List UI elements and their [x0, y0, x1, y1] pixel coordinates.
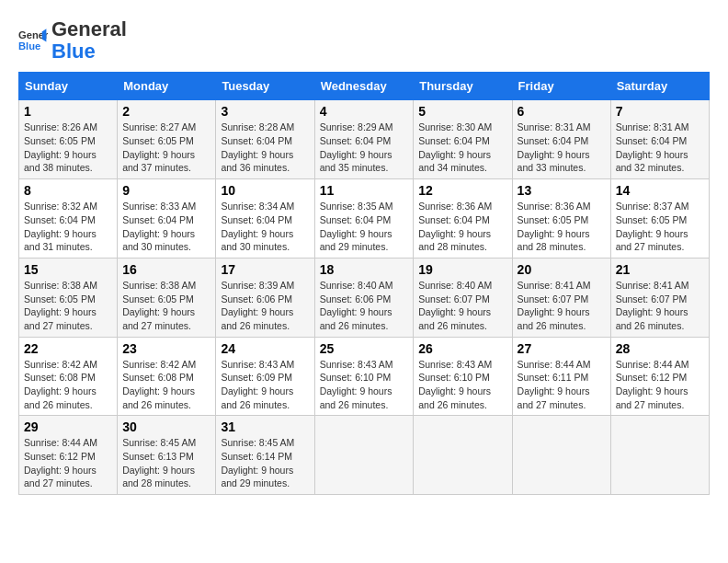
calendar-cell: 11Sunrise: 8:35 AMSunset: 6:04 PMDayligh… [314, 179, 414, 259]
day-info: Sunrise: 8:31 AMSunset: 6:04 PMDaylight:… [616, 121, 704, 175]
day-number: 17 [221, 262, 309, 277]
day-info: Sunrise: 8:43 AMSunset: 6:09 PMDaylight:… [221, 358, 309, 412]
weekday-header-monday: Monday [118, 73, 216, 100]
calendar-cell: 4Sunrise: 8:29 AMSunset: 6:04 PMDaylight… [314, 100, 414, 179]
day-info: Sunrise: 8:40 AMSunset: 6:06 PMDaylight:… [320, 279, 409, 333]
calendar-cell: 28Sunrise: 8:44 AMSunset: 6:12 PMDayligh… [610, 337, 709, 416]
weekday-header-thursday: Thursday [414, 73, 512, 100]
logo: General Blue General Blue [18, 18, 127, 63]
day-number: 31 [221, 419, 309, 434]
calendar-cell: 29Sunrise: 8:44 AMSunset: 6:12 PMDayligh… [19, 416, 118, 495]
day-info: Sunrise: 8:31 AMSunset: 6:04 PMDaylight:… [518, 121, 606, 175]
day-info: Sunrise: 8:32 AMSunset: 6:04 PMDaylight:… [24, 200, 112, 254]
day-info: Sunrise: 8:40 AMSunset: 6:07 PMDaylight:… [418, 279, 506, 333]
day-number: 5 [418, 104, 506, 119]
calendar-week-4: 22Sunrise: 8:42 AMSunset: 6:08 PMDayligh… [19, 337, 710, 416]
weekday-header-saturday: Saturday [610, 73, 709, 100]
day-info: Sunrise: 8:41 AMSunset: 6:07 PMDaylight:… [518, 279, 606, 333]
day-number: 24 [221, 341, 309, 356]
day-number: 22 [24, 341, 112, 356]
calendar-table: SundayMondayTuesdayWednesdayThursdayFrid… [18, 72, 710, 495]
day-number: 1 [24, 104, 112, 119]
day-number: 14 [616, 183, 704, 198]
day-info: Sunrise: 8:26 AMSunset: 6:05 PMDaylight:… [24, 121, 112, 175]
day-info: Sunrise: 8:43 AMSunset: 6:10 PMDaylight:… [418, 358, 506, 412]
calendar-week-5: 29Sunrise: 8:44 AMSunset: 6:12 PMDayligh… [19, 416, 710, 495]
day-number: 7 [616, 104, 704, 119]
calendar-cell: 26Sunrise: 8:43 AMSunset: 6:10 PMDayligh… [414, 337, 512, 416]
day-info: Sunrise: 8:38 AMSunset: 6:05 PMDaylight:… [122, 279, 210, 333]
calendar-cell [414, 416, 512, 495]
day-number: 18 [320, 262, 409, 277]
calendar-cell: 13Sunrise: 8:36 AMSunset: 6:05 PMDayligh… [512, 179, 610, 259]
weekday-header-sunday: Sunday [19, 73, 118, 100]
day-info: Sunrise: 8:44 AMSunset: 6:12 PMDaylight:… [616, 358, 704, 412]
calendar-cell: 7Sunrise: 8:31 AMSunset: 6:04 PMDaylight… [610, 100, 709, 179]
calendar-cell: 12Sunrise: 8:36 AMSunset: 6:04 PMDayligh… [414, 179, 512, 259]
day-number: 30 [122, 419, 210, 434]
day-number: 13 [518, 183, 606, 198]
calendar-cell: 2Sunrise: 8:27 AMSunset: 6:05 PMDaylight… [118, 100, 216, 179]
calendar-cell: 8Sunrise: 8:32 AMSunset: 6:04 PMDaylight… [19, 179, 118, 259]
day-number: 29 [24, 419, 112, 434]
day-number: 12 [418, 183, 506, 198]
weekday-header-wednesday: Wednesday [314, 73, 414, 100]
calendar-cell: 20Sunrise: 8:41 AMSunset: 6:07 PMDayligh… [512, 258, 610, 337]
calendar-cell: 1Sunrise: 8:26 AMSunset: 6:05 PMDaylight… [19, 100, 118, 179]
calendar-body: 1Sunrise: 8:26 AMSunset: 6:05 PMDaylight… [19, 100, 710, 495]
day-info: Sunrise: 8:45 AMSunset: 6:13 PMDaylight:… [122, 436, 210, 490]
day-info: Sunrise: 8:38 AMSunset: 6:05 PMDaylight:… [24, 279, 112, 333]
calendar-week-1: 1Sunrise: 8:26 AMSunset: 6:05 PMDaylight… [19, 100, 710, 179]
calendar-cell: 16Sunrise: 8:38 AMSunset: 6:05 PMDayligh… [118, 258, 216, 337]
day-number: 8 [24, 183, 112, 198]
day-number: 26 [418, 341, 506, 356]
day-info: Sunrise: 8:30 AMSunset: 6:04 PMDaylight:… [418, 121, 506, 175]
logo-text: General Blue [51, 18, 127, 63]
day-info: Sunrise: 8:35 AMSunset: 6:04 PMDaylight:… [320, 200, 409, 254]
calendar-cell: 6Sunrise: 8:31 AMSunset: 6:04 PMDaylight… [512, 100, 610, 179]
day-number: 9 [122, 183, 210, 198]
day-number: 16 [122, 262, 210, 277]
calendar-cell: 3Sunrise: 8:28 AMSunset: 6:04 PMDaylight… [216, 100, 314, 179]
day-info: Sunrise: 8:34 AMSunset: 6:04 PMDaylight:… [221, 200, 309, 254]
weekday-header-friday: Friday [512, 73, 610, 100]
calendar-cell: 24Sunrise: 8:43 AMSunset: 6:09 PMDayligh… [216, 337, 314, 416]
day-number: 27 [518, 341, 606, 356]
day-info: Sunrise: 8:39 AMSunset: 6:06 PMDaylight:… [221, 279, 309, 333]
day-info: Sunrise: 8:33 AMSunset: 6:04 PMDaylight:… [122, 200, 210, 254]
day-info: Sunrise: 8:42 AMSunset: 6:08 PMDaylight:… [122, 358, 210, 412]
day-number: 10 [221, 183, 309, 198]
logo-icon: General Blue [18, 26, 48, 55]
calendar-cell: 25Sunrise: 8:43 AMSunset: 6:10 PMDayligh… [314, 337, 414, 416]
day-number: 6 [518, 104, 606, 119]
day-number: 21 [616, 262, 704, 277]
day-info: Sunrise: 8:29 AMSunset: 6:04 PMDaylight:… [320, 121, 409, 175]
day-number: 4 [320, 104, 409, 119]
day-info: Sunrise: 8:37 AMSunset: 6:05 PMDaylight:… [616, 200, 704, 254]
day-number: 15 [24, 262, 112, 277]
calendar-cell: 18Sunrise: 8:40 AMSunset: 6:06 PMDayligh… [314, 258, 414, 337]
day-info: Sunrise: 8:36 AMSunset: 6:04 PMDaylight:… [418, 200, 506, 254]
day-number: 28 [616, 341, 704, 356]
svg-text:Blue: Blue [18, 40, 40, 52]
page-header: General Blue General Blue [18, 18, 710, 63]
day-info: Sunrise: 8:36 AMSunset: 6:05 PMDaylight:… [518, 200, 606, 254]
calendar-cell: 22Sunrise: 8:42 AMSunset: 6:08 PMDayligh… [19, 337, 118, 416]
day-number: 23 [122, 341, 210, 356]
day-number: 20 [518, 262, 606, 277]
calendar-cell: 21Sunrise: 8:41 AMSunset: 6:07 PMDayligh… [610, 258, 709, 337]
day-info: Sunrise: 8:44 AMSunset: 6:11 PMDaylight:… [518, 358, 606, 412]
calendar-cell: 23Sunrise: 8:42 AMSunset: 6:08 PMDayligh… [118, 337, 216, 416]
day-number: 11 [320, 183, 409, 198]
calendar-cell: 27Sunrise: 8:44 AMSunset: 6:11 PMDayligh… [512, 337, 610, 416]
calendar-cell: 9Sunrise: 8:33 AMSunset: 6:04 PMDaylight… [118, 179, 216, 259]
calendar-week-2: 8Sunrise: 8:32 AMSunset: 6:04 PMDaylight… [19, 179, 710, 259]
day-number: 3 [221, 104, 309, 119]
day-info: Sunrise: 8:45 AMSunset: 6:14 PMDaylight:… [221, 436, 309, 490]
day-number: 19 [418, 262, 506, 277]
calendar-cell: 15Sunrise: 8:38 AMSunset: 6:05 PMDayligh… [19, 258, 118, 337]
calendar-cell: 17Sunrise: 8:39 AMSunset: 6:06 PMDayligh… [216, 258, 314, 337]
day-number: 2 [122, 104, 210, 119]
calendar-header: SundayMondayTuesdayWednesdayThursdayFrid… [19, 73, 710, 100]
day-info: Sunrise: 8:41 AMSunset: 6:07 PMDaylight:… [616, 279, 704, 333]
